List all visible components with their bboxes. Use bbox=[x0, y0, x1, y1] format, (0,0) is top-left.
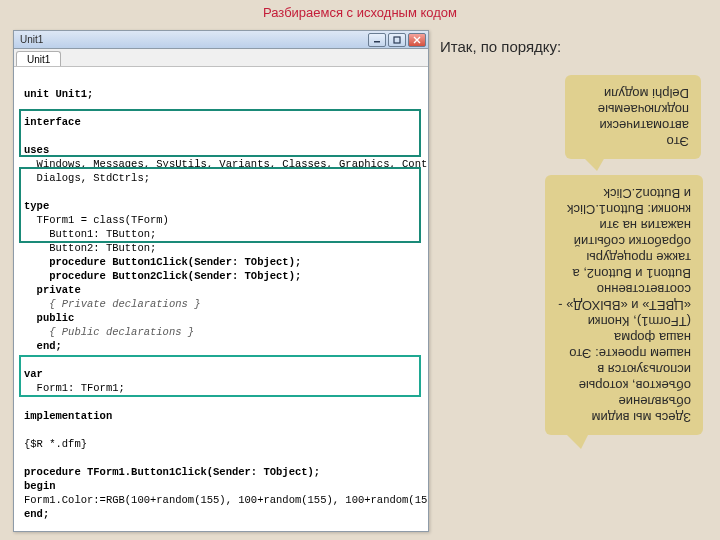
code-line: begin bbox=[24, 480, 56, 492]
code-line: private bbox=[24, 284, 81, 296]
code-editor[interactable]: unit Unit1; interface uses Windows, Mess… bbox=[14, 67, 428, 531]
code-line: Button1: TButton; bbox=[24, 228, 156, 240]
code-line: implementation bbox=[24, 410, 112, 422]
window-title: Unit1 bbox=[16, 34, 366, 45]
code-line: Windows, Messages, SysUtils, Variants, C… bbox=[24, 158, 428, 170]
code-line: interface bbox=[24, 116, 81, 128]
code-line: public bbox=[24, 312, 74, 324]
code-line: Form1: TForm1; bbox=[24, 382, 125, 394]
code-line: { Private declarations } bbox=[24, 298, 200, 310]
code-line: procedure TForm1.Button1Click(Sender: TO… bbox=[24, 466, 320, 478]
code-line: var bbox=[24, 368, 43, 380]
code-line: Button2: TButton; bbox=[24, 242, 156, 254]
code-line: end; bbox=[24, 508, 49, 520]
tab-strip: Unit1 bbox=[14, 49, 428, 67]
maximize-button[interactable] bbox=[388, 33, 406, 47]
code-line: procedure Button1Click(Sender: TObject); bbox=[24, 256, 301, 268]
minimize-button[interactable] bbox=[368, 33, 386, 47]
callout-objects: Здесь мы видим объявление объектов, кото… bbox=[545, 175, 703, 435]
intro-text: Итак, по порядку: bbox=[440, 38, 561, 55]
code-line: procedure Button2Click(Sender: TObject); bbox=[24, 270, 301, 282]
code-line: {$R *.dfm} bbox=[24, 438, 87, 450]
code-line: Form1.Color:=RGB(100+random(155), 100+ra… bbox=[24, 494, 428, 506]
svg-rect-1 bbox=[394, 37, 400, 43]
code-line: { Public declarations } bbox=[24, 326, 194, 338]
callout-text: Это автоматически подключаемые Delphi мо… bbox=[577, 85, 689, 149]
code-window: Unit1 Unit1 unit Unit1; interface uses W… bbox=[13, 30, 429, 532]
code-line: type bbox=[24, 200, 49, 212]
window-titlebar: Unit1 bbox=[14, 31, 428, 49]
code-line: uses bbox=[24, 144, 49, 156]
code-line: TForm1 = class(TForm) bbox=[24, 214, 169, 226]
code-line: unit Unit1; bbox=[24, 88, 93, 100]
svg-rect-0 bbox=[374, 41, 380, 43]
tab-unit1[interactable]: Unit1 bbox=[16, 51, 61, 66]
callout-text: Здесь мы видим объявление объектов, кото… bbox=[557, 185, 691, 425]
code-line: end; bbox=[24, 340, 62, 352]
code-line: Dialogs, StdCtrls; bbox=[24, 172, 150, 184]
close-button[interactable] bbox=[408, 33, 426, 47]
callout-modules: Это автоматически подключаемые Delphi мо… bbox=[565, 75, 701, 159]
page-title: Разбираемся с исходным кодом bbox=[0, 5, 720, 25]
